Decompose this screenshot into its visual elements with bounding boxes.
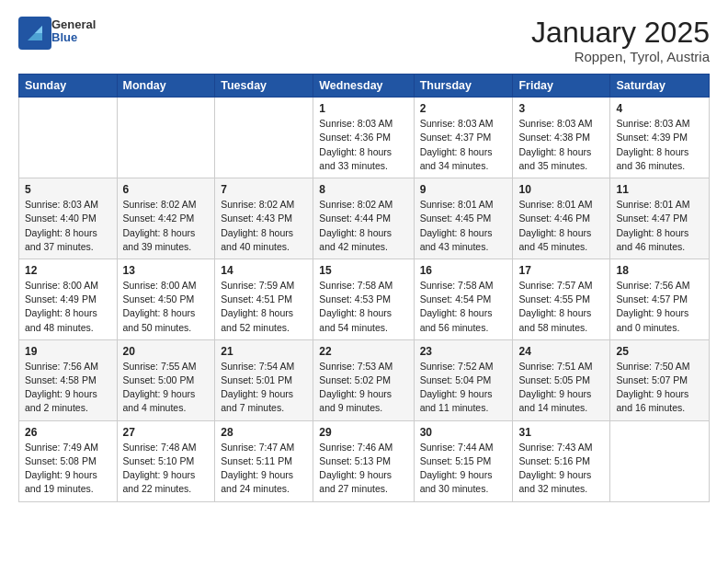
calendar-week-2: 5Sunrise: 8:03 AMSunset: 4:40 PMDaylight…: [19, 178, 710, 259]
day-info-line: Daylight: 9 hours: [123, 469, 196, 480]
day-info-line: Daylight: 8 hours: [25, 227, 97, 238]
day-info-line: and 52 minutes.: [221, 322, 290, 333]
day-info: Sunrise: 7:55 AMSunset: 5:00 PMDaylight:…: [123, 360, 210, 416]
day-info-line: and 36 minutes.: [616, 160, 685, 171]
day-info-line: and 35 minutes.: [518, 160, 587, 171]
calendar-cell: 2Sunrise: 8:03 AMSunset: 4:37 PMDaylight…: [414, 98, 513, 178]
day-info: Sunrise: 8:03 AMSunset: 4:37 PMDaylight:…: [420, 117, 507, 173]
calendar-cell: 27Sunrise: 7:48 AMSunset: 5:10 PMDayligh…: [117, 420, 215, 501]
calendar-cell: 29Sunrise: 7:46 AMSunset: 5:13 PMDayligh…: [313, 420, 414, 501]
calendar-cell: 25Sunrise: 7:50 AMSunset: 5:07 PMDayligh…: [610, 339, 710, 420]
day-info-line: and 24 minutes.: [221, 483, 290, 494]
day-info-line: and 32 minutes.: [518, 483, 587, 494]
day-info-line: Sunset: 4:43 PM: [221, 213, 292, 224]
day-info: Sunrise: 7:56 AMSunset: 4:57 PMDaylight:…: [616, 279, 703, 335]
day-number: 11: [616, 183, 703, 196]
day-info-line: and 42 minutes.: [319, 241, 388, 252]
day-info-line: Sunrise: 7:48 AM: [123, 442, 197, 453]
day-info: Sunrise: 8:02 AMSunset: 4:43 PMDaylight:…: [221, 198, 307, 254]
day-info-line: and 45 minutes.: [518, 241, 587, 252]
day-info-line: Sunrise: 7:46 AM: [319, 442, 392, 453]
day-info: Sunrise: 8:00 AMSunset: 4:49 PMDaylight:…: [25, 279, 111, 335]
day-info-line: Sunset: 5:02 PM: [319, 374, 391, 385]
calendar-title: January 2025: [531, 17, 710, 49]
calendar-cell: 5Sunrise: 8:03 AMSunset: 4:40 PMDaylight…: [19, 178, 118, 259]
day-number: 14: [221, 264, 307, 277]
day-info-line: and 16 minutes.: [616, 402, 685, 413]
day-info: Sunrise: 7:43 AMSunset: 5:16 PMDaylight:…: [518, 441, 604, 497]
day-info-line: Sunset: 4:54 PM: [420, 293, 492, 304]
day-info-line: Sunset: 4:49 PM: [25, 293, 97, 304]
day-info-line: Daylight: 8 hours: [616, 227, 688, 238]
day-info-line: Daylight: 8 hours: [518, 307, 591, 318]
day-info-line: Sunrise: 7:58 AM: [420, 280, 494, 291]
day-info-line: Sunset: 5:07 PM: [616, 374, 688, 385]
day-info-line: and 7 minutes.: [221, 402, 284, 413]
day-info-line: Daylight: 9 hours: [221, 388, 293, 399]
day-info: Sunrise: 7:57 AMSunset: 4:55 PMDaylight:…: [518, 279, 604, 335]
calendar-cell: 28Sunrise: 7:47 AMSunset: 5:11 PMDayligh…: [215, 420, 313, 501]
day-info: Sunrise: 8:03 AMSunset: 4:40 PMDaylight:…: [25, 198, 111, 254]
day-info-line: Sunset: 4:45 PM: [420, 213, 492, 224]
day-info: Sunrise: 7:53 AMSunset: 5:02 PMDaylight:…: [319, 360, 407, 416]
col-saturday: Saturday: [610, 75, 710, 98]
day-info-line: Sunrise: 7:58 AM: [319, 280, 392, 291]
day-number: 31: [518, 426, 604, 439]
day-info-line: and 46 minutes.: [616, 241, 685, 252]
day-info: Sunrise: 8:03 AMSunset: 4:39 PMDaylight:…: [616, 117, 703, 173]
calendar-cell: [19, 98, 118, 178]
calendar-week-3: 12Sunrise: 8:00 AMSunset: 4:49 PMDayligh…: [19, 259, 710, 339]
day-info-line: and 22 minutes.: [123, 483, 192, 494]
day-info-line: Sunset: 5:16 PM: [518, 455, 590, 466]
day-info: Sunrise: 8:00 AMSunset: 4:50 PMDaylight:…: [123, 279, 210, 335]
day-info-line: Daylight: 8 hours: [123, 227, 196, 238]
day-info-line: Daylight: 8 hours: [221, 227, 293, 238]
day-info-line: Sunrise: 7:52 AM: [420, 361, 494, 372]
day-info: Sunrise: 7:58 AMSunset: 4:53 PMDaylight:…: [319, 279, 407, 335]
day-info-line: and 54 minutes.: [319, 322, 388, 333]
day-info-line: Sunset: 4:46 PM: [518, 213, 590, 224]
day-info-line: Sunset: 4:55 PM: [518, 293, 590, 304]
day-info-line: Daylight: 9 hours: [319, 388, 392, 399]
day-info-line: and 43 minutes.: [420, 241, 489, 252]
calendar-cell: 18Sunrise: 7:56 AMSunset: 4:57 PMDayligh…: [610, 259, 710, 339]
day-info-line: Sunset: 5:05 PM: [518, 374, 590, 385]
day-number: 6: [123, 183, 210, 196]
day-number: 29: [319, 426, 407, 439]
day-info-line: Daylight: 8 hours: [319, 307, 392, 318]
calendar-cell: [117, 98, 215, 178]
calendar-cell: 20Sunrise: 7:55 AMSunset: 5:00 PMDayligh…: [117, 339, 215, 420]
day-info: Sunrise: 7:46 AMSunset: 5:13 PMDaylight:…: [319, 441, 407, 497]
day-info-line: Sunset: 4:53 PM: [319, 293, 391, 304]
day-number: 7: [221, 183, 307, 196]
day-number: 5: [25, 183, 111, 196]
day-info-line: Sunset: 4:36 PM: [319, 132, 391, 143]
day-info-line: Sunrise: 8:00 AM: [25, 280, 98, 291]
day-info-line: Sunrise: 7:54 AM: [221, 361, 294, 372]
day-number: 12: [25, 264, 111, 277]
day-info-line: Sunset: 5:04 PM: [420, 374, 492, 385]
calendar-cell: 16Sunrise: 7:58 AMSunset: 4:54 PMDayligh…: [414, 259, 513, 339]
calendar-cell: 14Sunrise: 7:59 AMSunset: 4:51 PMDayligh…: [215, 259, 313, 339]
day-info-line: Sunrise: 7:51 AM: [518, 361, 592, 372]
header: General Blue January 2025 Roppen, Tyrol,…: [18, 17, 710, 64]
day-info-line: Sunrise: 7:49 AM: [25, 442, 98, 453]
day-info-line: Sunset: 4:50 PM: [123, 293, 195, 304]
day-info-line: and 33 minutes.: [319, 160, 388, 171]
calendar-cell: 23Sunrise: 7:52 AMSunset: 5:04 PMDayligh…: [414, 339, 513, 420]
calendar-cell: 8Sunrise: 8:02 AMSunset: 4:44 PMDaylight…: [313, 178, 414, 259]
day-info-line: Sunrise: 8:03 AM: [616, 118, 689, 129]
calendar-cell: 30Sunrise: 7:44 AMSunset: 5:15 PMDayligh…: [414, 420, 513, 501]
day-info: Sunrise: 7:58 AMSunset: 4:54 PMDaylight:…: [420, 279, 507, 335]
day-number: 18: [616, 264, 703, 277]
day-info-line: Daylight: 8 hours: [123, 307, 196, 318]
day-info-line: and 48 minutes.: [25, 322, 94, 333]
day-info-line: Sunrise: 8:00 AM: [123, 280, 197, 291]
calendar-cell: 10Sunrise: 8:01 AMSunset: 4:46 PMDayligh…: [513, 178, 610, 259]
calendar-cell: 24Sunrise: 7:51 AMSunset: 5:05 PMDayligh…: [513, 339, 610, 420]
calendar-cell: 7Sunrise: 8:02 AMSunset: 4:43 PMDaylight…: [215, 178, 313, 259]
day-info-line: Daylight: 9 hours: [420, 388, 493, 399]
day-info-line: Daylight: 9 hours: [319, 469, 392, 480]
page: General Blue January 2025 Roppen, Tyrol,…: [0, 0, 728, 563]
calendar-cell: 31Sunrise: 7:43 AMSunset: 5:16 PMDayligh…: [513, 420, 610, 501]
